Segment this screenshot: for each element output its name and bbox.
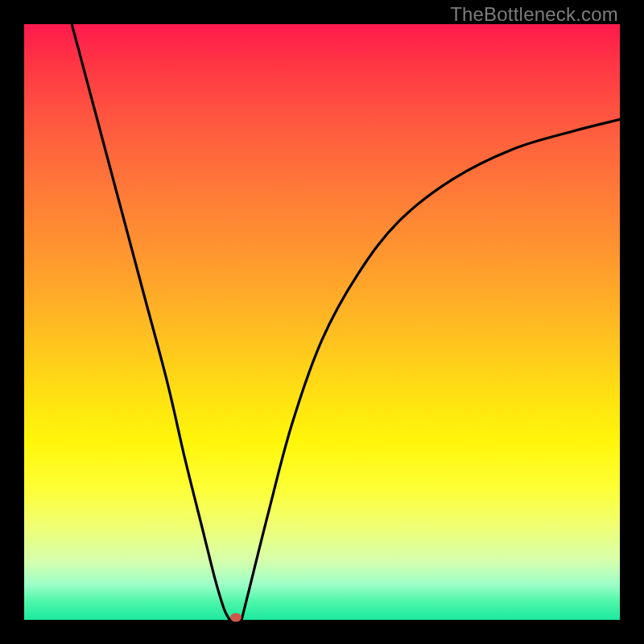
curve-path <box>72 24 620 620</box>
plot-area <box>24 24 620 620</box>
watermark-text: TheBottleneck.com <box>450 3 618 26</box>
curve-svg <box>24 24 620 620</box>
minimum-marker <box>230 613 242 622</box>
chart-frame: TheBottleneck.com <box>0 0 644 644</box>
